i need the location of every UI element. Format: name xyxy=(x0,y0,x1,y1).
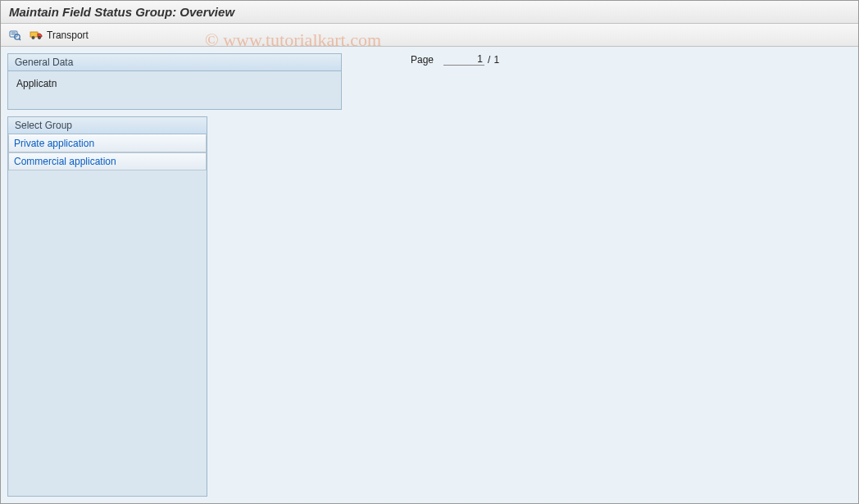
truck-icon xyxy=(30,28,44,43)
select-group-header: Select Group xyxy=(8,117,207,134)
svg-point-7 xyxy=(38,36,40,39)
left-column: General Data Applicatn Select Group Priv… xyxy=(7,53,342,497)
content-area: General Data Applicatn Select Group Priv… xyxy=(1,47,858,503)
pager-label: Page xyxy=(411,54,434,66)
general-data-header: General Data xyxy=(8,54,341,71)
pager-separator: / xyxy=(488,54,490,66)
pager: Page 1 / 1 xyxy=(411,53,499,66)
application-field-label: Applicatn xyxy=(16,78,57,89)
toolbar: Transport xyxy=(1,24,858,47)
svg-rect-1 xyxy=(11,32,16,33)
group-item-commercial[interactable]: Commercial application xyxy=(8,152,207,170)
pager-total: 1 xyxy=(493,54,499,66)
svg-point-6 xyxy=(32,36,34,39)
general-data-panel: General Data Applicatn xyxy=(7,53,342,110)
general-data-body: Applicatn xyxy=(8,71,341,109)
pager-current: 1 xyxy=(443,53,484,66)
group-item-private[interactable]: Private application xyxy=(8,134,207,152)
select-group-panel: Select Group Private application Commerc… xyxy=(7,116,207,497)
page-title: Maintain Field Status Group: Overview xyxy=(1,1,858,24)
svg-line-4 xyxy=(19,39,20,40)
app-window: Maintain Field Status Group: Overview Tr xyxy=(0,0,859,504)
print-preview-icon[interactable] xyxy=(7,28,22,43)
transport-button[interactable]: Transport xyxy=(27,26,91,44)
transport-label: Transport xyxy=(47,30,89,41)
select-group-list: Private application Commercial applicati… xyxy=(8,134,207,170)
svg-rect-5 xyxy=(30,32,38,37)
